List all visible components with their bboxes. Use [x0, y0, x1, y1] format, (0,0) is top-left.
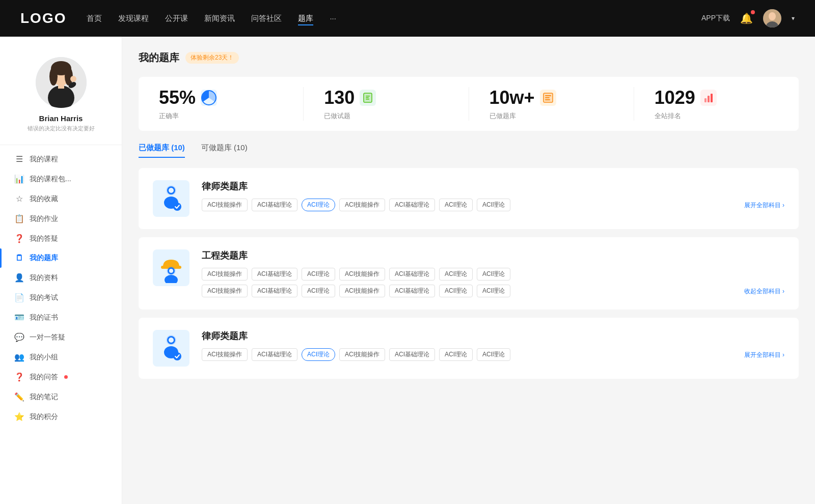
sidebar-item-cert[interactable]: 🪪 我的证书	[0, 307, 122, 327]
lawyer-icon-svg	[156, 183, 186, 214]
tag[interactable]: ACI理论	[302, 285, 335, 297]
tag-active[interactable]: ACI理论	[302, 348, 335, 361]
tags-row-lawyer-1: ACI技能操作 ACI基础理论 ACI理论 ACI技能操作 ACI基础理论 AC…	[202, 199, 784, 211]
stat-label-rank: 全站排名	[655, 111, 681, 121]
svg-point-1	[769, 12, 776, 20]
tag[interactable]: ACI技能操作	[202, 348, 248, 361]
svg-point-35	[165, 275, 178, 283]
bank-icon-engineer	[153, 249, 189, 286]
tag[interactable]: ACI理论	[439, 268, 473, 281]
tab-done[interactable]: 已做题库 (10)	[139, 143, 185, 158]
notification-badge	[751, 10, 755, 14]
tag[interactable]: ACI基础理论	[252, 348, 297, 361]
tag[interactable]: ACI基础理论	[389, 268, 435, 281]
tab-available[interactable]: 可做题库 (10)	[201, 143, 248, 158]
exam-icon: 📄	[14, 293, 24, 302]
sidebar-item-bank[interactable]: 🗒 我的题库	[0, 248, 122, 268]
tag[interactable]: ACI理论	[439, 348, 473, 361]
app-download-link[interactable]: APP下载	[701, 14, 730, 23]
stat-number-accuracy: 55%	[159, 87, 196, 108]
sidebar-item-group[interactable]: 👥 我的小组	[0, 347, 122, 367]
tag[interactable]: ACI理论	[477, 285, 510, 297]
bank-name-engineer: 工程类题库	[202, 249, 784, 262]
sidebar-profile: Brian Harris 错误的决定比没有决定要好	[0, 47, 122, 141]
tag[interactable]: ACI技能操作	[202, 199, 248, 211]
sidebar-item-notes[interactable]: ✏️ 我的笔记	[0, 387, 122, 407]
svg-rect-24	[708, 96, 710, 102]
notification-bell[interactable]: 🔔	[740, 12, 753, 24]
lawyer-icon-svg-2	[156, 333, 186, 363]
sidebar-item-label: 我的证书	[30, 313, 58, 322]
tag-active[interactable]: ACI理论	[302, 199, 335, 211]
sidebar-item-homework[interactable]: 📋 我的作业	[0, 209, 122, 229]
tag[interactable]: ACI基础理论	[389, 199, 435, 211]
svg-rect-21	[545, 97, 550, 98]
tag[interactable]: ACI基础理论	[252, 199, 297, 211]
nav-qa[interactable]: 问答社区	[251, 12, 282, 25]
bank-info-lawyer-1: 律师类题库 ACI技能操作 ACI基础理论 ACI理论 ACI技能操作 ACI基…	[202, 180, 784, 211]
notes-icon: ✏️	[14, 392, 24, 402]
svg-rect-17	[366, 99, 369, 100]
nav-news[interactable]: 新闻资讯	[204, 12, 235, 25]
tag[interactable]: ACI理论	[477, 268, 510, 281]
expand-link-lawyer-2[interactable]: 展开全部科目 ›	[744, 350, 784, 359]
1on1-icon: 💬	[14, 332, 24, 342]
tag[interactable]: ACI技能操作	[339, 268, 385, 281]
tag[interactable]: ACI理论	[477, 348, 510, 361]
tags-row-engineer-1: ACI技能操作 ACI基础理论 ACI理论 ACI技能操作 ACI基础理论 AC…	[202, 268, 784, 281]
tag[interactable]: ACI技能操作	[202, 268, 248, 281]
tag[interactable]: ACI理论	[477, 199, 510, 211]
tag[interactable]: ACI基础理论	[252, 268, 297, 281]
sidebar-item-1on1[interactable]: 💬 一对一答疑	[0, 327, 122, 347]
nav-discover[interactable]: 发现课程	[118, 12, 149, 25]
bank-card-lawyer-2: 律师类题库 ACI技能操作 ACI基础理论 ACI理论 ACI技能操作 ACI基…	[139, 318, 799, 379]
tag[interactable]: ACI基础理论	[389, 285, 435, 297]
bank-name-lawyer-1: 律师类题库	[202, 180, 784, 192]
sidebar-item-exam[interactable]: 📄 我的考试	[0, 288, 122, 307]
tag[interactable]: ACI理论	[439, 199, 473, 211]
stat-top-done-banks: 10w+	[490, 87, 556, 108]
avatar	[36, 57, 87, 108]
sidebar-item-course-pkg[interactable]: 📊 我的课程包...	[0, 169, 122, 189]
expand-link-lawyer-1[interactable]: 展开全部科目 ›	[744, 200, 784, 210]
list-icon	[542, 92, 554, 103]
done-questions-icon	[360, 90, 376, 106]
nav-open-course[interactable]: 公开课	[165, 12, 188, 25]
profile-icon: 👤	[14, 273, 24, 283]
page-title: 我的题库	[139, 51, 179, 65]
svg-rect-15	[366, 96, 370, 97]
collapse-link-engineer[interactable]: 收起全部科目 ›	[744, 286, 784, 296]
sidebar-item-course[interactable]: ☰ 我的课程	[0, 149, 122, 169]
sidebar-item-label: 我的小组	[30, 353, 58, 362]
sidebar-item-label: 我的答疑	[30, 234, 58, 243]
navbar: LOGO 首页 发现课程 公开课 新闻资讯 问答社区 题库 ··· APP下载 …	[0, 0, 815, 37]
sidebar-item-points[interactable]: ⭐ 我的积分	[0, 407, 122, 427]
nav-more[interactable]: ···	[330, 12, 336, 25]
tag[interactable]: ACI基础理论	[252, 285, 297, 297]
sidebar-item-questions[interactable]: ❓ 我的答疑	[0, 229, 122, 248]
points-icon: ⭐	[14, 412, 24, 422]
sidebar-item-favorites[interactable]: ☆ 我的收藏	[0, 189, 122, 209]
user-avatar-nav[interactable]	[763, 9, 781, 27]
user-dropdown-arrow[interactable]: ▾	[792, 15, 795, 22]
sidebar-item-myqa[interactable]: ❓ 我的问答	[0, 367, 122, 387]
sidebar-item-profile[interactable]: 👤 我的资料	[0, 268, 122, 288]
tag[interactable]: ACI技能操作	[339, 199, 385, 211]
tag[interactable]: ACI理论	[302, 268, 335, 281]
nav-bank[interactable]: 题库	[298, 12, 313, 25]
stat-number-done-banks: 10w+	[490, 87, 535, 108]
svg-rect-23	[704, 98, 707, 102]
stat-done-banks: 10w+ 已做题库	[469, 87, 634, 121]
tag[interactable]: ACI理论	[439, 285, 473, 297]
tag[interactable]: ACI技能操作	[339, 285, 385, 297]
svg-rect-22	[545, 99, 550, 100]
nav-home[interactable]: 首页	[87, 12, 102, 25]
cert-icon: 🪪	[14, 313, 24, 322]
engineer-icon-svg	[156, 253, 186, 283]
tag[interactable]: ACI技能操作	[202, 285, 248, 297]
tag[interactable]: ACI技能操作	[339, 348, 385, 361]
sidebar-item-label: 我的题库	[30, 254, 58, 263]
tag[interactable]: ACI基础理论	[389, 348, 435, 361]
stat-top-rank: 1029	[655, 87, 717, 108]
tags-row-lawyer-2: ACI技能操作 ACI基础理论 ACI理论 ACI技能操作 ACI基础理论 AC…	[202, 348, 784, 361]
